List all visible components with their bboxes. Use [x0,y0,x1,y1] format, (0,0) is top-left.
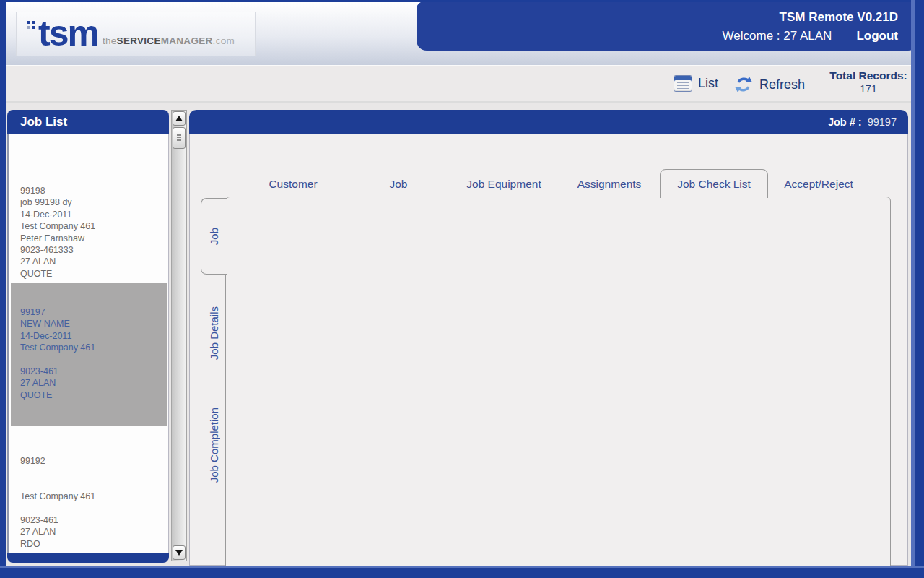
window-frame-top [0,0,924,2]
list-icon [674,75,692,92]
side-tab-job-completion[interactable]: Job Completion [201,389,227,501]
job-contact [20,354,167,366]
window-frame-bottom [0,566,924,578]
tab-job-equipment[interactable]: Job Equipment [466,178,541,191]
window-frame-left [0,0,6,578]
job-date [20,479,164,491]
list-button[interactable]: List [674,75,718,92]
job-number: 99192 [20,455,164,467]
job-number-value: 99197 [868,116,897,128]
tab-assignments[interactable]: Assignments [578,178,642,191]
job-tech: 27 ALAN [20,377,167,389]
job-list-footer [7,553,169,563]
job-phone: 9023-461333 [20,244,164,256]
job-contact [20,503,164,514]
job-tech: 27 ALAN [20,526,164,538]
job-phone: 9023-461 [20,514,164,526]
job-list-panel: Job List 99198 job 99198 dy 14-Dec-2011 … [7,110,169,563]
logout-button[interactable]: Logout [856,29,898,43]
job-detail-body: Customer Job Job Equipment Assignments J… [189,134,908,566]
job-list-scrollbar[interactable] [171,110,187,561]
scrollbar-thumb[interactable] [173,127,186,149]
job-list-item-99198[interactable]: 99198 job 99198 dy 14-Dec-2011 Test Comp… [20,185,164,280]
scroll-up-button[interactable] [173,111,186,126]
side-tab-job-active[interactable]: Job [201,198,227,275]
job-list-body: 99198 job 99198 dy 14-Dec-2011 Test Comp… [7,134,169,553]
job-date: 14-Dec-2011 [20,209,164,220]
total-records-label: Total Records: [818,69,919,82]
tsm-logo-text: tsm [38,19,98,48]
side-tab-job-label: Job [208,228,220,245]
check-list-content-box [225,197,891,572]
app-window: tsm theSERVICEMANAGER.com TSM Remote V0.… [0,0,924,578]
job-number-bar: Job # : 99197 [189,110,908,134]
job-company: Test Company 461 [20,491,164,502]
job-phone: 9023-461 [20,366,167,377]
tab-job[interactable]: Job [390,178,408,191]
total-records: Total Records: 171 [818,68,919,95]
job-status: QUOTE [20,268,164,280]
logo-com: .com [213,35,235,46]
side-tab-job-details-label: Job Details [208,306,220,360]
job-tech: 27 ALAN [20,256,164,267]
logo-the: the [103,35,117,46]
window-frame-right [911,0,924,578]
tab-accept-reject[interactable]: Accept/Reject [784,178,853,191]
job-number: 99198 [20,185,164,197]
job-contact: Peter Earnshaw [20,233,164,244]
logo-manager: MANAGER [161,35,213,46]
refresh-button[interactable]: Refresh [733,75,805,94]
tsm-logo-dots-icon [27,20,36,30]
job-name: NEW NAME [20,318,167,329]
job-date: 14-Dec-2011 [20,330,167,342]
job-company: Test Company 461 [20,342,167,353]
job-list-item-99192[interactable]: 99192 Test Company 461 9023-461 27 ALAN … [20,455,164,550]
side-tab-job-completion-label: Job Completion [208,407,220,483]
arrow-up-icon [175,116,183,121]
job-detail-panel: Job # : 99197 Customer Job Job Equipment… [189,110,908,566]
refresh-button-label: Refresh [759,77,805,92]
job-status: QUOTE [20,389,167,401]
refresh-icon [733,75,754,94]
job-name: job 99198 dy [20,197,164,208]
job-status: RDO [20,538,164,550]
app-title-panel: TSM Remote V0.21D Welcome : 27 ALANLogou… [417,1,918,51]
toolbar: List Refresh Total Records: 171 [6,65,911,103]
job-company: Test Company 461 [20,220,164,232]
job-list-title: Job List [7,110,169,134]
job-name [20,467,164,478]
tab-job-check-list-label[interactable]: Job Check List [677,178,751,191]
tsm-logo: tsm theSERVICEMANAGER.com [16,12,256,56]
list-button-label: List [698,76,718,91]
side-tab-job-details[interactable]: Job Details [201,281,227,386]
tab-customer[interactable]: Customer [269,178,317,191]
job-number-label: Job # : [828,116,862,128]
total-records-value: 171 [818,83,919,95]
logo-service: SERVICE [117,35,161,46]
arrow-down-icon [175,550,183,556]
job-number: 99197 [20,306,167,318]
welcome-text: Welcome : 27 ALAN [723,29,832,43]
app-title: TSM Remote V0.21D [780,10,898,25]
job-list-item-99197-selected[interactable]: 99197 NEW NAME 14-Dec-2011 Test Company … [11,283,167,426]
scroll-down-button[interactable] [173,545,186,560]
tsm-logo-domain: theSERVICEMANAGER.com [103,35,235,46]
